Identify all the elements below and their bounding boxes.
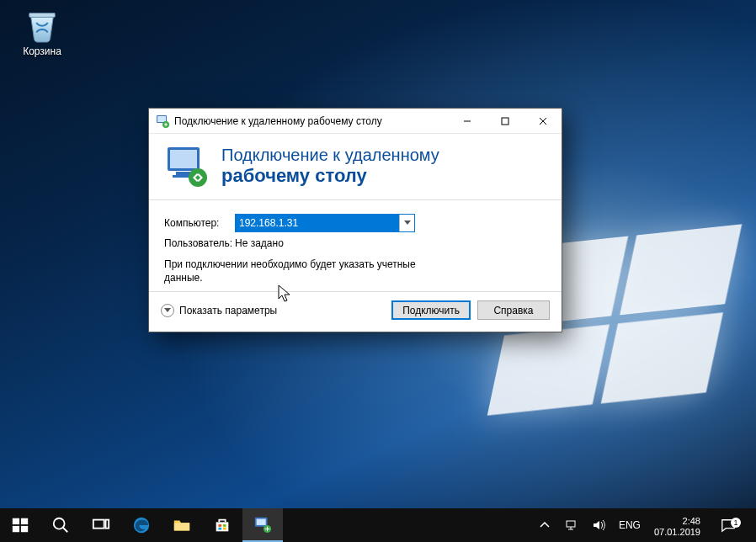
svg-rect-23 [223, 524, 226, 527]
divider [149, 199, 562, 200]
show-options-toggle[interactable]: Показать параметры [161, 304, 277, 317]
rdp-heading: Подключение к удаленному рабочему столу [221, 146, 439, 186]
titlebar[interactable]: Подключение к удаленному рабочему столу [149, 109, 562, 134]
network-icon [565, 518, 578, 532]
svg-rect-13 [13, 518, 19, 524]
chevron-down-icon [161, 304, 174, 317]
svg-rect-22 [218, 524, 221, 527]
start-button[interactable] [0, 508, 40, 542]
taskbar-app-edge[interactable] [121, 508, 162, 542]
search-button[interactable] [40, 508, 81, 542]
svg-rect-10 [176, 172, 191, 175]
notification-badge: 1 [731, 518, 741, 528]
volume-icon [592, 518, 605, 532]
store-icon [213, 516, 232, 534]
edge-icon [132, 516, 151, 534]
clock-time: 2:48 [654, 516, 700, 527]
tray-volume[interactable] [587, 508, 610, 542]
system-tray: ENG 2:48 07.01.2019 1 [531, 508, 756, 542]
minimize-button[interactable] [448, 109, 486, 134]
taskbar-app-file-explorer[interactable] [162, 508, 202, 542]
windows-logo-icon [11, 516, 29, 534]
svg-rect-20 [106, 520, 109, 529]
tray-network[interactable] [560, 508, 583, 542]
maximize-button[interactable] [486, 109, 524, 134]
desktop[interactable]: Корзина Подключение к удаленному рабочем… [0, 0, 756, 542]
chevron-down-icon[interactable] [399, 215, 414, 231]
language-indicator[interactable]: ENG [614, 519, 646, 531]
svg-rect-5 [502, 118, 508, 125]
task-view-button[interactable] [81, 508, 121, 542]
rdp-app-icon [156, 114, 169, 128]
svg-rect-9 [170, 150, 197, 168]
clock[interactable]: 2:48 07.01.2019 [649, 513, 707, 537]
svg-rect-16 [21, 526, 28, 532]
desktop-icon-label: Корзина [12, 45, 72, 57]
divider [149, 291, 562, 292]
show-options-label: Показать параметры [179, 305, 277, 316]
taskbar-app-store[interactable] [202, 508, 242, 542]
connect-button[interactable]: Подключить [391, 300, 471, 320]
rdp-app-icon [253, 515, 272, 534]
svg-rect-27 [257, 519, 266, 525]
svg-line-18 [63, 528, 68, 533]
chevron-up-icon [538, 518, 551, 532]
credentials-hint: При подключении необходимо будет указать… [164, 258, 442, 284]
svg-rect-29 [567, 521, 575, 527]
help-button[interactable]: Справка [477, 300, 550, 320]
task-view-icon [92, 516, 110, 534]
svg-rect-25 [223, 528, 226, 530]
computer-combobox[interactable] [235, 214, 415, 232]
computer-input[interactable] [236, 215, 399, 231]
svg-rect-19 [93, 520, 104, 529]
taskbar-app-rdp[interactable] [242, 508, 283, 542]
svg-rect-14 [21, 518, 28, 524]
user-label: Пользователь: [164, 237, 235, 249]
folder-icon [173, 516, 191, 534]
svg-point-12 [189, 168, 207, 187]
close-button[interactable] [524, 109, 562, 134]
clock-date: 07.01.2019 [654, 527, 700, 538]
svg-point-17 [54, 518, 65, 529]
search-icon [51, 516, 70, 534]
svg-rect-24 [218, 528, 221, 530]
svg-rect-15 [13, 526, 19, 532]
recycle-bin-icon [23, 5, 61, 44]
user-value: Не задано [235, 237, 284, 249]
svg-rect-2 [157, 116, 166, 122]
tray-expand-button[interactable] [533, 508, 556, 542]
desktop-icon-recycle-bin[interactable]: Корзина [12, 5, 72, 57]
svg-rect-0 [29, 13, 56, 18]
rdp-window: Подключение к удаленному рабочему столу [148, 108, 562, 332]
computer-label: Компьютер: [164, 217, 235, 229]
rdp-header-icon [164, 144, 208, 188]
action-center-button[interactable]: 1 [711, 518, 746, 533]
window-title: Подключение к удаленному рабочему столу [174, 115, 448, 127]
taskbar: ENG 2:48 07.01.2019 1 [0, 508, 756, 542]
